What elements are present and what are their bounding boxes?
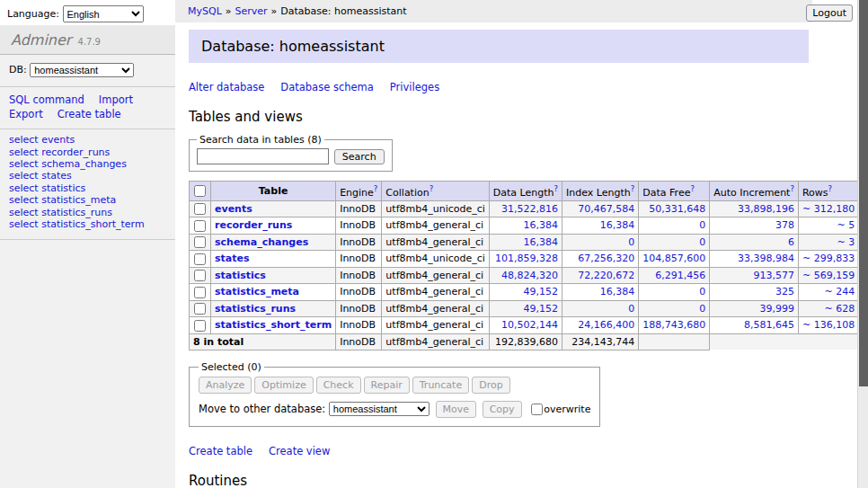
index-length-link[interactable]: 0 xyxy=(628,236,634,248)
row-checkbox[interactable] xyxy=(194,270,206,281)
data-length-link[interactable]: 49,152 xyxy=(524,303,559,315)
data-length-link[interactable]: 31,522,816 xyxy=(501,203,558,215)
scrollbar[interactable] xyxy=(857,0,868,488)
language-select[interactable]: English xyxy=(63,5,144,22)
column-header-table[interactable]: Table xyxy=(211,182,336,201)
repair-button[interactable]: Repair xyxy=(364,377,410,394)
row-checkbox[interactable] xyxy=(194,220,206,232)
drop-button[interactable]: Drop xyxy=(472,377,509,394)
column-header-engine[interactable]: Engine? xyxy=(336,182,382,201)
search-input[interactable] xyxy=(197,148,329,164)
table-name-link[interactable]: events xyxy=(215,203,252,215)
move-db-select[interactable]: homeassistant xyxy=(329,402,430,416)
breadcrumb-mysql-link[interactable]: MySQL xyxy=(188,5,222,17)
data-free-link[interactable]: 50,331,648 xyxy=(649,203,705,215)
row-checkbox[interactable] xyxy=(194,236,206,248)
sql-command-link[interactable]: SQL command xyxy=(9,93,84,106)
logout-button[interactable]: Logout xyxy=(806,4,853,22)
rows-link[interactable]: ~ 299,833 xyxy=(802,253,855,264)
table-name-link[interactable]: statistics_meta xyxy=(215,286,299,297)
table-name-link[interactable]: schema_changes xyxy=(215,236,308,248)
row-checkbox[interactable] xyxy=(194,320,206,332)
db-select[interactable]: homeassistant xyxy=(30,63,134,77)
sidebar-select-link[interactable]: select states xyxy=(9,171,166,182)
export-link[interactable]: Export xyxy=(9,108,43,120)
auto-increment-link[interactable]: 913,577 xyxy=(753,270,794,281)
column-header-rows[interactable]: Rows? xyxy=(798,182,857,201)
rows-link[interactable]: ~ 312,180 xyxy=(802,203,855,215)
table-name-link[interactable]: statistics_short_term xyxy=(215,319,332,331)
index-length-link[interactable]: 24,166,400 xyxy=(578,319,634,331)
table-name-link[interactable]: statistics_runs xyxy=(215,303,296,315)
data-length-link[interactable]: 101,859,328 xyxy=(495,253,558,264)
data-free-link[interactable]: 6,291,456 xyxy=(655,270,705,281)
breadcrumb-server-link[interactable]: Server xyxy=(235,5,268,17)
analyze-button[interactable]: Analyze xyxy=(199,377,252,394)
scrollbar-thumb[interactable] xyxy=(859,0,868,386)
row-checkbox[interactable] xyxy=(194,203,206,215)
data-length-link[interactable]: 48,824,320 xyxy=(501,270,558,281)
index-length-link[interactable]: 0 xyxy=(628,303,634,315)
sidebar-select-link[interactable]: select schema_changes xyxy=(9,159,166,170)
auto-increment-link[interactable]: 8,581,645 xyxy=(744,319,794,331)
rows-link[interactable]: ~ 5 xyxy=(837,219,855,231)
data-free-link[interactable]: 104,857,600 xyxy=(642,253,705,264)
data-length-link[interactable]: 16,384 xyxy=(524,219,559,231)
import-link[interactable]: Import xyxy=(99,93,133,106)
help-icon[interactable]: ? xyxy=(554,184,559,193)
auto-increment-link[interactable]: 33,898,196 xyxy=(738,203,794,215)
sidebar-select-link[interactable]: select statistics_meta xyxy=(9,195,166,206)
alter-database-link[interactable]: Alter database xyxy=(189,81,264,93)
index-length-link[interactable]: 70,467,584 xyxy=(578,203,634,215)
auto-increment-link[interactable]: 325 xyxy=(775,286,794,297)
privileges-link[interactable]: Privileges xyxy=(390,81,439,93)
auto-increment-link[interactable]: 33,398,984 xyxy=(738,253,794,264)
index-length-link[interactable]: 16,384 xyxy=(600,286,635,297)
column-header-index-length[interactable]: Index Length? xyxy=(562,182,639,201)
table-name-link[interactable]: recorder_runs xyxy=(215,219,292,231)
sidebar-select-link[interactable]: select events xyxy=(9,135,166,146)
row-checkbox[interactable] xyxy=(194,287,206,298)
data-free-link[interactable]: 0 xyxy=(699,219,705,231)
column-header-auto-increment[interactable]: Auto Increment? xyxy=(710,182,799,201)
data-free-link[interactable]: 188,743,680 xyxy=(642,319,705,331)
data-free-link[interactable]: 0 xyxy=(699,303,705,315)
truncate-button[interactable]: Truncate xyxy=(412,377,469,394)
help-icon[interactable]: ? xyxy=(430,184,434,193)
create-table-sidebar-link[interactable]: Create table xyxy=(58,108,121,120)
data-free-link[interactable]: 0 xyxy=(699,286,705,297)
index-length-link[interactable]: 67,256,320 xyxy=(578,253,634,264)
rows-link[interactable]: ~ 628 xyxy=(824,303,855,315)
move-button[interactable]: Move xyxy=(436,401,477,418)
auto-increment-link[interactable]: 6 xyxy=(788,236,794,248)
help-icon[interactable]: ? xyxy=(374,184,378,193)
row-checkbox[interactable] xyxy=(194,253,206,265)
table-name-link[interactable]: states xyxy=(215,253,250,264)
auto-increment-link[interactable]: 378 xyxy=(775,219,794,231)
copy-button[interactable]: Copy xyxy=(483,401,522,418)
database-schema-link[interactable]: Database schema xyxy=(280,81,373,93)
data-length-link[interactable]: 49,152 xyxy=(524,286,559,297)
check-button[interactable]: Check xyxy=(316,377,361,394)
create-table-link[interactable]: Create table xyxy=(189,445,252,457)
help-icon[interactable]: ? xyxy=(631,184,635,193)
overwrite-checkbox[interactable] xyxy=(531,404,543,415)
table-name-link[interactable]: statistics xyxy=(215,270,266,281)
index-length-link[interactable]: 16,384 xyxy=(600,219,635,231)
row-checkbox[interactable] xyxy=(194,303,206,315)
sidebar-select-link[interactable]: select statistics xyxy=(9,183,166,194)
data-free-link[interactable]: 0 xyxy=(699,236,705,248)
create-view-link[interactable]: Create view xyxy=(269,445,330,457)
column-header-data-length[interactable]: Data Length? xyxy=(489,182,562,201)
adminer-brand-link[interactable]: Adminer xyxy=(11,31,71,49)
sidebar-select-link[interactable]: select statistics_runs xyxy=(9,208,166,218)
column-header-data-free[interactable]: Data Free? xyxy=(639,182,710,201)
data-length-link[interactable]: 16,384 xyxy=(524,236,559,248)
rows-link[interactable]: ~ 136,108 xyxy=(802,319,855,331)
help-icon[interactable]: ? xyxy=(828,184,833,193)
rows-link[interactable]: ~ 569,159 xyxy=(802,270,855,281)
auto-increment-link[interactable]: 39,999 xyxy=(759,303,794,315)
sidebar-select-link[interactable]: select statistics_short_term xyxy=(9,219,166,230)
rows-link[interactable]: ~ 244 xyxy=(824,286,855,297)
help-icon[interactable]: ? xyxy=(690,184,695,193)
